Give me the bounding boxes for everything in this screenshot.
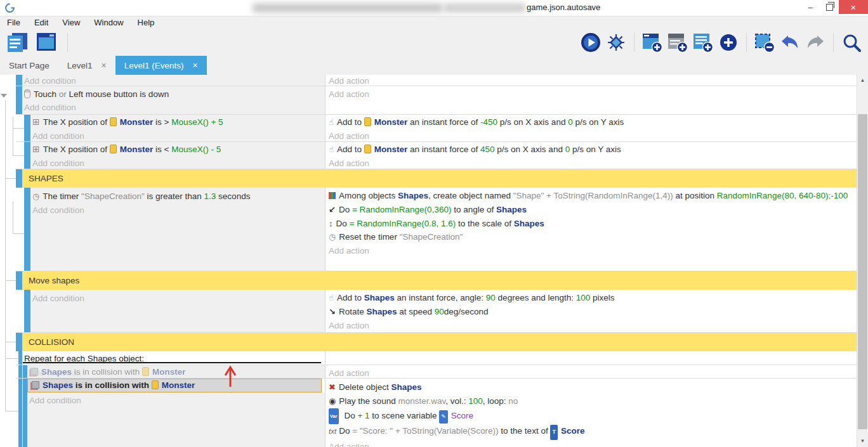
- undo-icon[interactable]: [780, 32, 800, 53]
- text-segment: Monster: [374, 145, 408, 154]
- add-action-link[interactable]: Add action: [329, 87, 369, 101]
- start-page-icon[interactable]: [36, 32, 58, 53]
- scrollbar-thumb[interactable]: [858, 114, 867, 429]
- event-condition[interactable]: ⊞The X position of Monster is > MouseX()…: [32, 115, 223, 129]
- event-action[interactable]: ↕Do = RandomInRange(0.8, 1.6) to the sca…: [329, 217, 853, 231]
- scroll-up-icon[interactable]: ▲: [857, 77, 868, 83]
- group-bar[interactable]: [16, 169, 22, 188]
- event-action[interactable]: ↙Do = RandomInRange(0,360) to angle of S…: [329, 203, 853, 217]
- tab-close-icon[interactable]: ×: [193, 60, 198, 70]
- add-other-event-icon[interactable]: [718, 32, 739, 53]
- minimize-button[interactable]: –: [801, 0, 820, 14]
- event-bar[interactable]: [16, 75, 22, 86]
- add-action-link[interactable]: Add action: [329, 74, 369, 88]
- event-action[interactable]: ☝Add to Monster an instant force of -450…: [329, 115, 624, 129]
- txt-icon: txt: [329, 425, 336, 439]
- selected-event-condition[interactable]: Shapes is in collision with Monster: [27, 379, 322, 392]
- group-header-collision[interactable]: COLLISION: [22, 333, 857, 351]
- repeat-event-label[interactable]: Repeat for each Shapes object:: [24, 352, 144, 366]
- window-title: game.json.autosave: [527, 3, 600, 12]
- group-bar[interactable]: [16, 271, 22, 290]
- event-bar[interactable]: [24, 290, 30, 332]
- event-bar[interactable]: [18, 351, 22, 447]
- event-bar[interactable]: [16, 86, 22, 114]
- event-action[interactable]: ☝Add to Monster an instant force of 450 …: [329, 143, 621, 157]
- menu-window[interactable]: Window: [87, 18, 130, 27]
- project-manager-icon[interactable]: [6, 32, 29, 53]
- event-condition[interactable]: ◷The timer "ShapeCreation" is greater th…: [32, 190, 250, 204]
- add-condition-link[interactable]: Add condition: [24, 101, 76, 115]
- menu-view[interactable]: View: [55, 18, 87, 27]
- tab-level1-events[interactable]: Level1 (Events)×: [115, 56, 207, 75]
- add-event-icon[interactable]: [642, 32, 662, 53]
- text-segment: Score: [561, 426, 585, 436]
- event-action[interactable]: Var Do + 1 to scene variable ✎Score: [329, 408, 853, 425]
- add-condition-link[interactable]: Add condition: [32, 292, 84, 306]
- add-action-link[interactable]: Add action: [329, 319, 853, 333]
- add-condition-link[interactable]: Add condition: [32, 157, 84, 171]
- text-segment: Play the sound: [339, 396, 398, 406]
- event-action[interactable]: Among objects Shapes, create object name…: [329, 189, 853, 203]
- text-segment: at speed: [397, 307, 434, 316]
- text-segment: Left mouse button is down: [67, 89, 169, 99]
- menu-file[interactable]: File: [0, 18, 27, 27]
- text-segment: Add to: [337, 145, 364, 154]
- event-action[interactable]: ◉Play the sound monster.wav, vol.: 100, …: [329, 394, 853, 408]
- drag-ghost: Shapes is in collision with Monster: [27, 365, 325, 378]
- add-action-link[interactable]: Add action: [329, 157, 369, 171]
- vertical-scrollbar[interactable]: ▲ ▼: [857, 75, 868, 447]
- text-segment: at position: [673, 191, 717, 200]
- toolbar: [0, 29, 868, 56]
- group-bar[interactable]: [16, 333, 22, 351]
- event-bar[interactable]: [24, 142, 30, 169]
- search-icon[interactable]: [841, 32, 862, 53]
- event-action[interactable]: ↘Rotate Shapes at speed 90deg/second: [329, 305, 853, 319]
- add-action-link[interactable]: Add action: [329, 440, 853, 447]
- text-segment: to the text of: [499, 426, 551, 436]
- add-action-link[interactable]: Add action: [329, 244, 853, 258]
- event-action[interactable]: txtDo = "Score: " + ToString(Variable(Sc…: [329, 424, 853, 440]
- debug-icon[interactable]: [606, 32, 626, 53]
- scroll-down-icon[interactable]: ▼: [857, 438, 868, 444]
- event-action[interactable]: ☝Add to Shapes an instant force, angle: …: [329, 291, 853, 305]
- event-bar[interactable]: [24, 188, 30, 271]
- drag-cursor-arrow-icon: [220, 364, 241, 389]
- event-condition[interactable]: ⊞The X position of Monster is < MouseX()…: [32, 143, 221, 157]
- group-header-move-shapes[interactable]: Move shapes: [22, 271, 857, 290]
- text-segment: + 1: [357, 411, 369, 420]
- redo-icon[interactable]: [805, 32, 825, 53]
- var-icon: Var: [329, 408, 339, 425]
- text-segment: Shapes: [398, 191, 428, 200]
- text-segment: no: [508, 396, 518, 406]
- add-condition-link[interactable]: Add condition: [32, 129, 84, 143]
- text-segment: pixels: [590, 293, 614, 302]
- group-header-shapes[interactable]: SHAPES: [22, 169, 857, 188]
- tab-start-page[interactable]: Start Page: [0, 56, 58, 75]
- text-segment: degrees and length:: [496, 293, 576, 302]
- xpos-icon: ⊞: [32, 143, 40, 157]
- add-condition-link[interactable]: Add condition: [32, 204, 84, 217]
- toolbar-separator: [67, 33, 68, 52]
- text-segment: p/s on X axis and: [495, 145, 565, 154]
- add-subevent-icon[interactable]: [667, 32, 688, 53]
- preview-play-icon[interactable]: [581, 32, 601, 53]
- event-action[interactable]: ◷Reset the timer "ShapeCreation": [329, 230, 853, 244]
- sound-icon: ◉: [329, 394, 336, 408]
- event-condition[interactable]: Touch or Left mouse button is down: [24, 87, 169, 101]
- collapse-caret-icon[interactable]: [1, 94, 7, 98]
- add-condition-link[interactable]: Add condition: [29, 394, 81, 408]
- add-condition-link[interactable]: Add condition: [24, 74, 76, 88]
- event-action[interactable]: ✖Delete object Shapes: [329, 380, 853, 394]
- menu-edit[interactable]: Edit: [27, 18, 55, 27]
- delete-event-icon[interactable]: [754, 32, 775, 53]
- close-button[interactable]: ×: [839, 0, 868, 14]
- tab-close-icon[interactable]: ×: [102, 60, 107, 70]
- restore-button[interactable]: [820, 0, 839, 14]
- tab-level1[interactable]: Level1×: [58, 56, 115, 75]
- text-segment: p/s on X axis and: [497, 117, 568, 127]
- menu-help[interactable]: Help: [131, 18, 162, 27]
- add-action-link[interactable]: Add action: [329, 366, 369, 380]
- add-action-link[interactable]: Add action: [329, 129, 369, 143]
- add-comment-icon[interactable]: [693, 32, 713, 53]
- event-bar[interactable]: [24, 115, 30, 141]
